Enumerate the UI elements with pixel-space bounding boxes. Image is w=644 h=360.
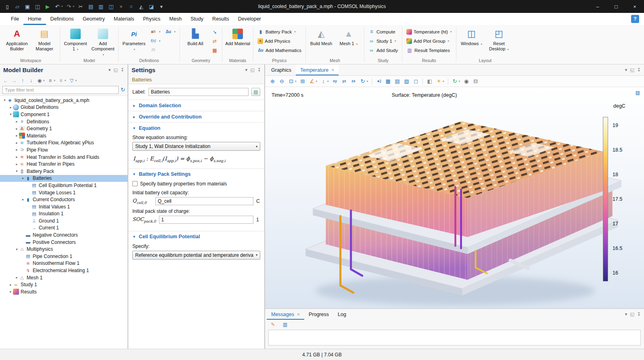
preview-button[interactable]: ◫ (33, 1, 42, 12)
update-plot-button[interactable]: ↻▾ (451, 77, 462, 85)
tree-node-pipe-flow[interactable]: ▸⊃Pipe Flow (0, 146, 128, 154)
ribbon-add-physics[interactable]: +Add Physics (255, 37, 303, 45)
print-button[interactable]: ⊟ (471, 77, 480, 85)
menu-tab-geometry[interactable]: Geometry (78, 13, 109, 25)
ribbon-livelink-icon[interactable]: ⇄ (209, 37, 220, 45)
expand-arrow-icon[interactable]: ▸ (15, 148, 19, 152)
battery-pack-3d-view[interactable] (265, 87, 644, 308)
expand-arrow-icon[interactable]: ▸ (15, 141, 19, 145)
delete-button[interactable]: × (116, 1, 126, 12)
table-button[interactable]: ▦ (384, 77, 392, 85)
ribbon-parameters[interactable]: PiParameters ▾ (121, 26, 147, 52)
ribbon-study-1[interactable]: ∞Study 1▾ (366, 37, 400, 45)
soc-input[interactable] (159, 216, 253, 224)
ribbon-result-templates[interactable]: ▥Result Templates (404, 46, 454, 54)
pin-button[interactable]: ↧ (637, 312, 641, 316)
float-window-button[interactable]: ◱ (630, 312, 634, 316)
tree-node-cell-equilibrium-potential-1[interactable]: ▤Cell Equilibrium Potential 1 (0, 182, 128, 189)
ribbon-add-material[interactable]: Add Material (224, 26, 251, 47)
specify-from-materials-checkbox[interactable] (132, 181, 138, 186)
filter-button[interactable]: ▽▾ (68, 77, 78, 84)
cell-capacity-input[interactable] (155, 197, 253, 205)
tree-node-positive-connectors[interactable]: ▬Positive Connectors (0, 239, 128, 246)
label-input[interactable] (148, 88, 249, 96)
tree-node-turbulent-flow-algebraic-yplus[interactable]: ▸≋Turbulent Flow, Algebraic yPlus (0, 139, 128, 147)
tree-node-materials[interactable]: ▸Materials (0, 132, 128, 139)
menu-tab-developer[interactable]: Developer (234, 13, 266, 25)
ribbon-battery-pack[interactable]: ▮Battery Pack▾ (255, 27, 303, 36)
tree-node-liquid-cooled-battery-pack-a-mph[interactable]: ▾◈liquid_cooled_battery_pack_a.mph (0, 97, 128, 104)
menu-tab-file[interactable]: File (6, 13, 23, 25)
ribbon-add-plot-group[interactable]: Add Plot Group▾ (404, 37, 454, 45)
evaluate-button[interactable]: ▤ (393, 77, 401, 85)
tree-node-current-1[interactable]: →Current 1 (0, 225, 128, 232)
view-xy-button[interactable]: xy (331, 77, 339, 85)
equation-assumption-select[interactable]: Study 1, Wall Distance Initialization ▾ (132, 142, 260, 151)
ribbon-import-icon[interactable]: ↘ (209, 27, 220, 36)
customize-toolbar-button[interactable]: ▾ (157, 1, 166, 12)
expand-all-button[interactable]: ≡▾ (57, 77, 67, 84)
tab-log[interactable]: Log (333, 309, 351, 320)
menu-tab-mesh[interactable]: Mesh (165, 13, 186, 25)
tree-node-negative-connectors[interactable]: ▬Negative Connectors (0, 231, 128, 239)
chevron-down-button[interactable]: ▾ (625, 68, 627, 72)
rename-button[interactable]: ▤ (251, 88, 260, 96)
menu-tab-materials[interactable]: Materials (109, 13, 139, 25)
scene-light-button[interactable]: ☀▾ (435, 77, 445, 85)
copy-text-button[interactable]: ▥ (281, 320, 289, 328)
ribbon-reset-desktop[interactable]: ◰Reset Desktop ▾ (486, 26, 512, 52)
collapse-arrow-icon[interactable]: ▾ (15, 169, 19, 173)
transparency-button[interactable]: ◻ (412, 77, 420, 85)
tree-node-electrochemical-heating-1[interactable]: ↯Electrochemical Heating 1 (0, 267, 128, 274)
collapse-arrow-icon[interactable]: ▾ (8, 112, 13, 116)
open-button[interactable]: ▱ (13, 1, 22, 12)
cut-button[interactable]: ✂ (76, 1, 86, 12)
back-button[interactable]: ← (2, 77, 10, 84)
close-tab-icon[interactable]: × (297, 312, 300, 317)
ribbon-build-mesh[interactable]: ◭Build Mesh (308, 26, 335, 47)
tree-node-multiphysics[interactable]: ▾∴Multiphysics (0, 246, 128, 253)
float-window-button[interactable]: ◱ (250, 68, 254, 72)
tree-node-mesh-1[interactable]: ▸△Mesh 1 (0, 274, 128, 281)
ribbon-temperature-ht[interactable]: Temperature (ht)▾ (404, 27, 454, 36)
tree-node-current-conductors[interactable]: ▾▮Current Conductors (0, 196, 128, 203)
ribbon-compute[interactable]: =Compute (366, 27, 400, 36)
ribbon-case-parameter-icon[interactable]: Pi (148, 46, 163, 54)
new-file-button[interactable]: ▯ (2, 1, 12, 12)
tree-node-pipe-connection-1[interactable]: ▤Pipe Connection 1 (0, 253, 128, 260)
expand-arrow-icon[interactable]: ▸ (8, 290, 13, 293)
copy-button[interactable]: ▤ (86, 1, 96, 12)
zoom-extents-button[interactable]: ⊞ (299, 77, 307, 85)
pin-button[interactable]: ↧ (257, 68, 261, 72)
menu-tab-results[interactable]: Results (208, 13, 234, 25)
ribbon-mesh-1[interactable]: ▲Mesh 1 ▾ (335, 26, 362, 47)
move-down-button[interactable]: ↓ (27, 77, 35, 84)
build-mesh-button[interactable]: ◭ (136, 1, 146, 12)
ribbon-add-component[interactable]: Add Component ▾ (90, 26, 116, 57)
plot-properties-button[interactable]: ▨ (636, 90, 640, 96)
duplicate-button[interactable]: ◫ (106, 1, 116, 12)
expand-arrow-icon[interactable]: ▸ (15, 134, 19, 137)
view-zx-button[interactable]: zx (349, 77, 358, 85)
go-to-default-view-button[interactable]: ∠▾ (308, 77, 319, 85)
section-header-domain-selection[interactable]: ▸ Domain Selection (128, 100, 264, 111)
collapse-arrow-icon[interactable]: ▾ (15, 248, 19, 251)
undo-button[interactable]: ↶▾ (53, 1, 64, 12)
section-header-override[interactable]: ▸ Override and Contribution (128, 111, 264, 122)
view-orientation-button[interactable]: ↕▾ (319, 77, 330, 85)
ribbon-virtual-operations-icon[interactable]: ▦ (209, 46, 220, 54)
expand-arrow-icon[interactable]: ▸ (8, 283, 13, 287)
ribbon-component-1[interactable]: Component 1 ▾ (62, 26, 89, 52)
ribbon-windows[interactable]: ◫Windows ▾ (458, 26, 485, 47)
tree-node-insulation-1[interactable]: ▤Insulation 1 (0, 210, 128, 218)
refresh-button[interactable]: ↻ (121, 87, 125, 93)
clipping-button[interactable]: ◧ (425, 77, 434, 85)
save-button[interactable]: ▣ (23, 1, 32, 12)
close-tab-icon[interactable]: × (331, 67, 334, 73)
tree-node-heat-transfer-in-solids-and-fluids[interactable]: ▸≋Heat Transfer in Solids and Fluids (0, 154, 128, 161)
tree-node-results[interactable]: ▸Results (0, 288, 128, 295)
collapse-arrow-icon[interactable]: ▾ (2, 98, 7, 102)
tree-node-definitions[interactable]: ▸≡Definitions (0, 118, 128, 125)
menu-tab-definitions[interactable]: Definitions (46, 13, 78, 25)
tree-node-voltage-losses-1[interactable]: ▤Voltage Losses 1 (0, 189, 128, 196)
